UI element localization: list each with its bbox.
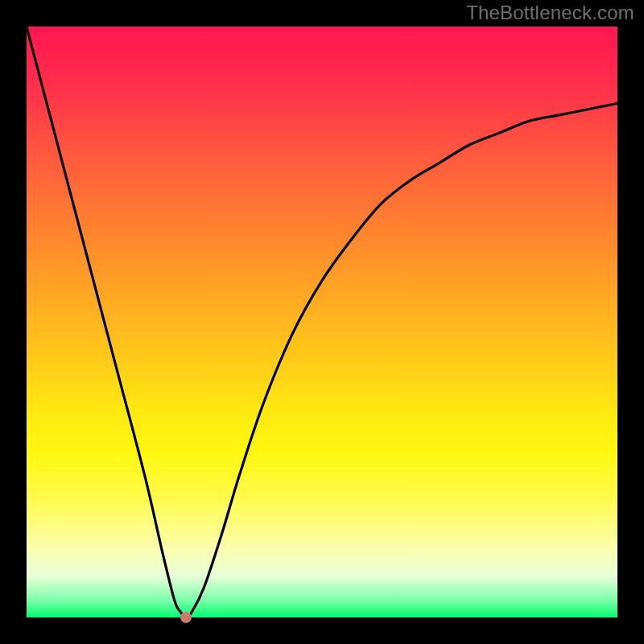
watermark-text: TheBottleneck.com <box>466 2 634 24</box>
chart-frame: TheBottleneck.com <box>0 0 644 644</box>
plot-area <box>27 27 617 617</box>
optimal-point-marker <box>180 612 192 623</box>
bottleneck-curve <box>27 27 617 617</box>
